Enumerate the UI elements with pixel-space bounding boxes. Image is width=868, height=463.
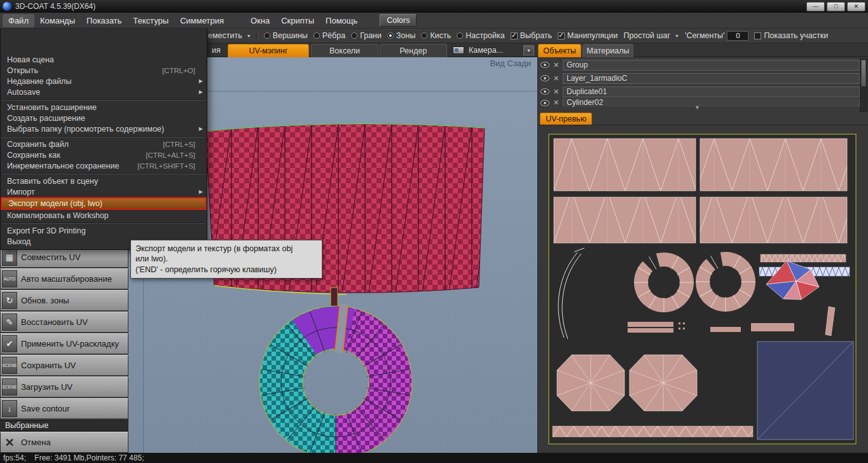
- tooltip-line: ('END' - определить горячую клавишу): [135, 265, 317, 275]
- status-text: fps:54; Free: 3491 Mb,Pointers: 77 485;: [3, 453, 144, 462]
- object-name-field[interactable]: Duplicate01: [563, 86, 860, 97]
- segments-label: 'Сегменты': [685, 31, 724, 40]
- chevron-down-icon: ▼: [675, 34, 679, 38]
- tab-materials[interactable]: Материалы: [582, 44, 633, 57]
- close-button[interactable]: ✕: [847, 2, 865, 11]
- select-checkbox[interactable]: Выбрать: [511, 31, 552, 40]
- cancel-button[interactable]: ✕ Отмена: [0, 432, 128, 453]
- tooltip: Экспорт модели и текстур (в форматах obj…: [130, 240, 322, 279]
- delete-x-icon[interactable]: ✕: [552, 99, 560, 107]
- restore-uv-button[interactable]: ✎ Восстановить UV: [0, 312, 128, 333]
- tooltip-line: или lwo).: [135, 254, 317, 264]
- load-uv-button[interactable]: SCENE Загрузить UV: [0, 377, 128, 397]
- app-icon: [3, 2, 11, 11]
- menu-file[interactable]: Файл: [3, 14, 34, 27]
- window-title: 3D-COAT 4.5.39(DX64): [15, 2, 95, 11]
- mode-radio-brush[interactable]: Кисть: [421, 31, 451, 40]
- radio-icon: [264, 32, 270, 39]
- refresh-zones-icon: ↻: [2, 292, 17, 309]
- menu-item-insert-object[interactable]: Вставить объект в сцену: [1, 176, 207, 186]
- chevron-down-icon: ▼: [247, 34, 251, 38]
- object-name-field[interactable]: Layer_1armadioC: [563, 73, 860, 84]
- maximize-button[interactable]: □: [827, 2, 845, 11]
- auto-scale-button[interactable]: AUTO Авто масштабирование: [0, 268, 128, 289]
- visibility-eye-icon[interactable]: [541, 100, 549, 106]
- checkbox-icon: [558, 32, 565, 39]
- uv-preview-canvas[interactable]: [538, 125, 868, 453]
- delete-x-icon[interactable]: ✕: [552, 61, 560, 69]
- object-row: ✕ Group: [538, 59, 860, 71]
- menu-item-autosave[interactable]: Autosave: [1, 86, 207, 97]
- save-contour-button[interactable]: ↓ Save contour: [0, 398, 128, 419]
- menu-windows[interactable]: Окна: [245, 14, 275, 27]
- restore-uv-icon: ✎: [2, 314, 17, 331]
- menu-textures[interactable]: Текстуры: [127, 14, 174, 27]
- menu-help[interactable]: Помощь: [320, 14, 363, 27]
- menu-item-save-file[interactable]: Сохранить файл[CTRL+S]: [1, 139, 207, 149]
- tab-render[interactable]: Рендер: [380, 44, 447, 57]
- menu-item-save-as[interactable]: Сохранить как[CTRL+ALT+S]: [1, 149, 207, 160]
- selected-section-label: Выбранные: [0, 420, 128, 431]
- save-uv-button[interactable]: SCENE Сохранить UV: [0, 355, 128, 376]
- menu-scripts[interactable]: Скрипты: [275, 14, 320, 27]
- menu-view[interactable]: Показать: [81, 14, 127, 27]
- visibility-eye-icon[interactable]: [541, 62, 549, 68]
- menu-separator: [2, 173, 205, 174]
- menu-item-recent-files[interactable]: Недавние файлы: [1, 76, 207, 86]
- menu-item-choose-folder[interactable]: Выбрать папку (просмотреть содержимое): [1, 123, 207, 134]
- radio-icon: [457, 32, 463, 39]
- tab-objects[interactable]: Объекты: [538, 44, 581, 57]
- menu-item-install-extension[interactable]: Установить расширение: [1, 102, 207, 113]
- mode-radio-setup[interactable]: Настройка: [457, 31, 505, 40]
- mode-radio-edges[interactable]: Рёбра: [313, 31, 345, 40]
- more-arrow-icon[interactable]: ▼: [694, 104, 700, 111]
- save-uv-icon: SCENE: [2, 357, 17, 374]
- object-name-field[interactable]: Group: [563, 60, 860, 71]
- render-image-icon[interactable]: [453, 46, 464, 54]
- camera-dropdown[interactable]: Камера...: [469, 46, 503, 55]
- tooltip-line: Экспорт модели и текстур (в форматах obj: [135, 244, 317, 254]
- menu-item-open[interactable]: Открыть[CTRL+O]: [1, 65, 207, 76]
- visibility-eye-icon[interactable]: [541, 75, 549, 81]
- status-bar: fps:54; Free: 3491 Mb,Pointers: 77 485;: [0, 453, 868, 463]
- menu-symmetry[interactable]: Симметрия: [174, 14, 230, 27]
- visibility-eye-icon[interactable]: [541, 88, 549, 95]
- view-label: Вид Сзади: [490, 59, 531, 68]
- file-menu: Новая сцена Открыть[CTRL+O] Недавние фай…: [0, 29, 207, 250]
- menu-separator: [2, 136, 205, 137]
- mode-radio-zones[interactable]: Зоны: [387, 31, 415, 40]
- menu-commands[interactable]: Команды: [34, 14, 81, 27]
- manipulators-checkbox[interactable]: Манипуляции: [558, 31, 617, 40]
- show-patches-checkbox[interactable]: Показать участки: [754, 31, 828, 40]
- tab-uv-mapping[interactable]: UV-мэпинг: [228, 44, 309, 57]
- scrollbar-thumb[interactable]: [861, 60, 866, 86]
- menu-item-import[interactable]: Импорт: [1, 186, 207, 197]
- delete-x-icon[interactable]: ✕: [552, 88, 560, 96]
- object-name-field[interactable]: Cylinder02: [563, 99, 860, 107]
- minimize-button[interactable]: —: [806, 2, 825, 11]
- menu-item-compile-workshop[interactable]: Компилировать в Workshop: [1, 210, 207, 221]
- segments-input[interactable]: 0: [727, 31, 748, 41]
- uv-preview-panel: [538, 125, 868, 453]
- step-dropdown[interactable]: Простой шаг ▼: [623, 31, 679, 40]
- list-scrollbar[interactable]: [860, 59, 867, 112]
- delete-x-icon[interactable]: ✕: [552, 74, 560, 83]
- checkbox-icon: [754, 32, 761, 39]
- camera-arrow-icon[interactable]: ▼: [523, 45, 534, 55]
- window-titlebar: 3D-COAT 4.5.39(DX64) — □ ✕: [0, 0, 868, 13]
- menu-item-new-scene[interactable]: Новая сцена: [1, 54, 207, 65]
- menu-item-export-model[interactable]: Экспорт модели (obj, lwo): [1, 197, 207, 210]
- mode-radio-faces[interactable]: Грани: [351, 31, 382, 40]
- menu-item-create-extension[interactable]: Создать расширение: [1, 113, 207, 123]
- tab-voxels[interactable]: Воксели: [311, 44, 378, 57]
- update-zones-button[interactable]: ↻ Обнов. зоны: [0, 290, 128, 311]
- mode-radio-vertices[interactable]: Вершины: [264, 31, 308, 40]
- colors-button[interactable]: Colors: [380, 14, 417, 27]
- object-row: ✕ Duplicate01: [538, 85, 860, 98]
- menu-item-incremental-save[interactable]: Инкрементальное сохранение[CTRL+SHIFT+S]: [1, 160, 207, 171]
- move-dropdown[interactable]: еместить ▼: [208, 31, 251, 40]
- uv-tools-panel: ▦ Совместить UV AUTO Авто масштабировани…: [0, 247, 128, 453]
- apply-uv-button[interactable]: ✔ Применить UV-раскладку: [0, 333, 128, 354]
- menu-item-export-3d-printing[interactable]: Export For 3D Printing: [1, 225, 207, 236]
- tab-uv-preview[interactable]: UV-превью: [540, 113, 592, 125]
